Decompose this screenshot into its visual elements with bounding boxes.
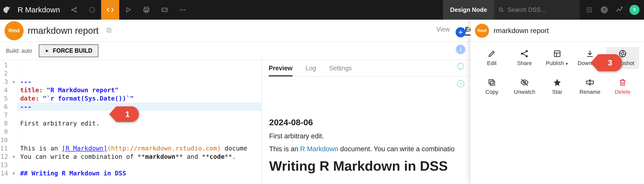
preview-tab-log[interactable]: Log bbox=[306, 65, 316, 76]
svg-point-32 bbox=[526, 55, 528, 57]
svg-point-2 bbox=[75, 11, 76, 12]
action-rename[interactable]: Rename bbox=[574, 76, 606, 98]
search-input[interactable] bbox=[507, 6, 575, 13]
build-mode-label: Build: auto bbox=[6, 48, 32, 54]
document-title: rmarkdown report bbox=[28, 25, 104, 36]
action-share[interactable]: Share bbox=[508, 47, 541, 69]
svg-point-10 bbox=[184, 9, 185, 11]
share-icon[interactable] bbox=[65, 0, 83, 20]
code-editor[interactable]: 1 2 3 ▾ 4 5 6 7 8 9 10 11 12 ▾ 13 14 ▾ -… bbox=[0, 60, 262, 184]
more-icon[interactable] bbox=[174, 0, 192, 20]
svg-rect-36 bbox=[489, 80, 493, 84]
flow-icon[interactable] bbox=[83, 0, 101, 20]
print-icon[interactable] bbox=[137, 0, 155, 20]
svg-point-8 bbox=[180, 9, 181, 11]
rail-timeline-icon[interactable] bbox=[456, 79, 466, 89]
svg-rect-23 bbox=[108, 29, 111, 32]
svg-point-9 bbox=[182, 9, 183, 11]
gutter: 1 2 3 ▾ 4 5 6 7 8 9 10 11 12 ▾ 13 14 ▾ bbox=[0, 60, 18, 184]
copy-title-icon[interactable] bbox=[106, 27, 112, 35]
action-copy[interactable]: Copy bbox=[475, 76, 508, 98]
svg-point-1 bbox=[75, 8, 76, 9]
rail-discuss-icon[interactable] bbox=[456, 62, 466, 72]
svg-point-0 bbox=[72, 9, 73, 11]
force-build-button[interactable]: FORCE BUILD bbox=[39, 44, 98, 57]
svg-point-28 bbox=[458, 63, 464, 69]
search-box[interactable] bbox=[494, 0, 580, 20]
rmd-badge-icon: Rmd bbox=[5, 21, 24, 40]
svg-point-11 bbox=[499, 8, 502, 11]
action-edit[interactable]: Edit bbox=[475, 47, 508, 69]
callout-1: 1 bbox=[116, 106, 139, 122]
svg-rect-33 bbox=[554, 51, 560, 57]
svg-point-3 bbox=[90, 7, 95, 12]
svg-rect-24 bbox=[107, 28, 110, 31]
app-title: R Markdown bbox=[13, 6, 65, 14]
svg-text:?: ? bbox=[603, 7, 606, 13]
rail-info-icon[interactable]: i bbox=[456, 44, 466, 54]
code-icon[interactable] bbox=[101, 0, 119, 20]
tab-view[interactable]: View bbox=[436, 26, 450, 36]
svg-point-14 bbox=[590, 7, 591, 8]
apps-icon[interactable] bbox=[582, 0, 597, 20]
svg-rect-35 bbox=[490, 81, 495, 85]
preview-tab-preview[interactable]: Preview bbox=[269, 65, 293, 76]
rail-add-icon[interactable] bbox=[456, 27, 466, 37]
svg-text:i: i bbox=[460, 46, 462, 53]
top-bar: R Markdown Design Node ? S bbox=[0, 0, 644, 20]
svg-point-19 bbox=[589, 11, 590, 12]
variables-icon[interactable] bbox=[155, 0, 174, 20]
panel-badge-icon: Rmd bbox=[475, 24, 489, 38]
code-content[interactable]: --- title: "R Markdown report" date: "`r… bbox=[18, 60, 261, 184]
svg-point-17 bbox=[590, 9, 591, 10]
action-publish[interactable]: Publish▼ bbox=[541, 47, 574, 69]
preview-link[interactable]: R Markdown bbox=[300, 145, 338, 153]
svg-point-31 bbox=[526, 50, 528, 52]
action-unwatch[interactable]: Unwatch bbox=[508, 76, 541, 98]
svg-point-18 bbox=[587, 11, 588, 12]
svg-point-15 bbox=[587, 9, 588, 10]
run-icon[interactable] bbox=[119, 0, 137, 20]
svg-point-12 bbox=[587, 7, 588, 8]
logo-bird-icon[interactable] bbox=[0, 6, 13, 14]
callout-3: 3 bbox=[598, 54, 622, 71]
design-node-label[interactable]: Design Node bbox=[443, 0, 494, 20]
details-panel: Rmd rmarkdown report Edit Share Publish▼… bbox=[470, 20, 644, 184]
panel-title: rmarkdown report bbox=[494, 27, 549, 35]
help-icon[interactable]: ? bbox=[597, 0, 612, 20]
side-rail: i bbox=[451, 20, 470, 89]
action-delete[interactable]: Delete bbox=[606, 76, 639, 98]
svg-point-13 bbox=[589, 7, 590, 8]
activity-icon[interactable] bbox=[612, 0, 627, 20]
user-avatar[interactable]: S bbox=[627, 0, 642, 20]
svg-point-30 bbox=[521, 53, 523, 55]
svg-point-16 bbox=[589, 9, 590, 10]
svg-point-20 bbox=[590, 11, 591, 12]
preview-tab-settings[interactable]: Settings bbox=[329, 65, 352, 76]
action-star[interactable]: Star bbox=[541, 76, 574, 98]
